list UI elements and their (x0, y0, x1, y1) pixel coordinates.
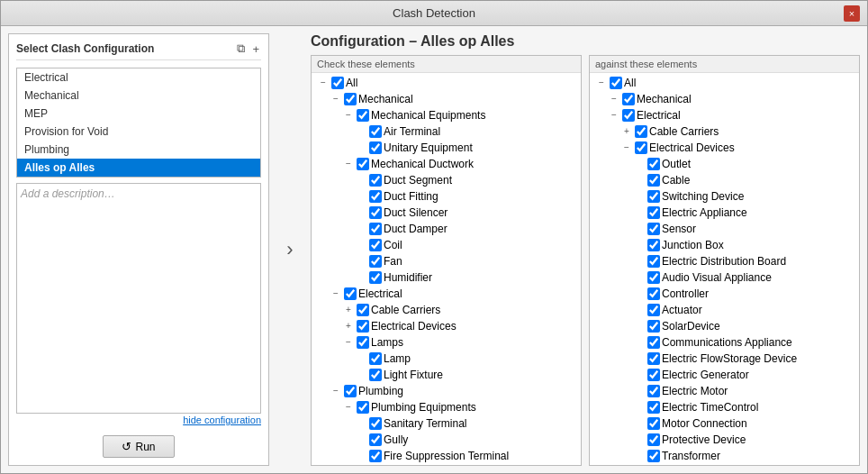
tree-checkbox[interactable] (635, 141, 647, 154)
tree-checkbox[interactable] (357, 401, 369, 414)
tree-checkbox[interactable] (622, 109, 635, 122)
expand-icon[interactable]: + (620, 124, 633, 139)
tree-item[interactable]: Coil (313, 237, 579, 253)
tree-item[interactable]: Humidifier (313, 269, 579, 286)
tree-checkbox[interactable] (647, 401, 660, 414)
expand-icon[interactable]: − (317, 76, 330, 90)
tree-item[interactable]: Unitary Equipment (313, 140, 579, 156)
tree-item[interactable]: SolarDevice (592, 318, 857, 334)
tree-item[interactable]: Fan (313, 253, 579, 269)
tree-checkbox[interactable] (622, 93, 635, 105)
config-item[interactable]: MEP (17, 105, 260, 123)
hide-configuration-link[interactable]: hide configuration (183, 415, 261, 425)
tree-item[interactable]: −Plumbing Equipments (313, 399, 579, 415)
tree-item[interactable]: −Lamps (592, 464, 857, 465)
expand-icon[interactable]: − (342, 108, 355, 123)
left-tree-content[interactable]: −All−Mechanical−Mechanical Equipments Ai… (312, 73, 581, 465)
tree-item[interactable]: Duct Fitting (313, 188, 579, 205)
tree-item[interactable]: −Electrical Devices (592, 140, 857, 156)
tree-checkbox[interactable] (647, 255, 660, 268)
expand-icon[interactable]: + (342, 319, 355, 333)
tree-item[interactable]: Fire Suppression Terminal (313, 448, 579, 464)
tree-item[interactable]: Protective Device (592, 432, 857, 448)
tree-checkbox[interactable] (369, 450, 382, 462)
tree-checkbox[interactable] (369, 417, 382, 430)
tree-item[interactable]: −Mechanical (592, 91, 857, 107)
expand-icon[interactable]: − (342, 157, 355, 171)
tree-checkbox[interactable] (647, 271, 660, 284)
tree-item[interactable]: Air Terminal (313, 123, 579, 140)
tree-checkbox[interactable] (369, 369, 382, 381)
tree-item[interactable]: Light Fixture (313, 367, 579, 383)
tree-item[interactable]: Heat Exchanger (313, 464, 579, 465)
tree-item[interactable]: −Electrical (592, 107, 857, 123)
description-box[interactable]: Add a description… (16, 183, 261, 414)
tree-checkbox[interactable] (369, 433, 382, 446)
expand-icon[interactable]: − (595, 76, 608, 90)
tree-item[interactable]: −All (313, 75, 579, 91)
tree-item[interactable]: Electric Motor (592, 383, 857, 399)
tree-item[interactable]: +Cable Carriers (313, 302, 579, 318)
tree-item[interactable]: Controller (592, 286, 857, 302)
tree-checkbox[interactable] (647, 352, 660, 365)
tree-checkbox[interactable] (357, 109, 369, 122)
tree-checkbox[interactable] (647, 174, 660, 187)
tree-checkbox[interactable] (647, 336, 660, 349)
tree-checkbox[interactable] (647, 385, 660, 397)
expand-icon[interactable]: − (330, 92, 342, 106)
tree-checkbox[interactable] (647, 369, 660, 381)
tree-checkbox[interactable] (647, 287, 660, 300)
tree-item[interactable]: Sensor (592, 221, 857, 237)
close-button[interactable]: × (844, 5, 860, 22)
tree-item[interactable]: −Lamps (313, 334, 579, 351)
tree-checkbox[interactable] (369, 352, 382, 365)
tree-item[interactable]: Electric Distribution Board (592, 253, 857, 269)
tree-item[interactable]: Sanitary Terminal (313, 415, 579, 432)
tree-item[interactable]: Cable (592, 172, 857, 188)
tree-checkbox[interactable] (369, 255, 382, 268)
tree-item[interactable]: Actuator (592, 302, 857, 318)
config-item[interactable]: Electrical (17, 68, 260, 87)
tree-checkbox[interactable] (647, 223, 660, 235)
tree-checkbox[interactable] (369, 223, 382, 235)
tree-item[interactable]: Lamp (313, 351, 579, 367)
config-item[interactable]: Plumbing (17, 141, 260, 159)
tree-item[interactable]: Duct Segment (313, 172, 579, 188)
tree-item[interactable]: −Mechanical Ductwork (313, 156, 579, 172)
tree-checkbox[interactable] (647, 190, 660, 203)
tree-item[interactable]: Transformer (592, 448, 857, 464)
run-button[interactable]: ↺ Run (103, 435, 174, 458)
tree-checkbox[interactable] (357, 336, 369, 349)
tree-checkbox[interactable] (369, 190, 382, 203)
tree-checkbox[interactable] (610, 77, 622, 89)
tree-item[interactable]: Outlet (592, 156, 857, 172)
config-item[interactable]: Provision for Void (17, 123, 260, 141)
tree-checkbox[interactable] (357, 320, 369, 333)
tree-checkbox[interactable] (357, 304, 369, 316)
arrow-button[interactable]: › (276, 238, 303, 261)
tree-item[interactable]: −Plumbing (313, 383, 579, 399)
tree-item[interactable]: Communications Appliance (592, 334, 857, 351)
tree-item[interactable]: Junction Box (592, 237, 857, 253)
add-button[interactable]: + (250, 41, 261, 56)
config-item[interactable]: Alles op Alles (17, 159, 260, 177)
config-item[interactable]: Mechanical (17, 87, 260, 105)
tree-item[interactable]: Audio Visual Appliance (592, 269, 857, 286)
tree-checkbox[interactable] (331, 77, 344, 89)
expand-icon[interactable]: − (330, 287, 342, 301)
tree-item[interactable]: Gully (313, 432, 579, 448)
tree-item[interactable]: −Mechanical (313, 91, 579, 107)
tree-checkbox[interactable] (647, 417, 660, 430)
tree-checkbox[interactable] (647, 320, 660, 333)
right-tree-content[interactable]: −All−Mechanical−Electrical+Cable Carrier… (590, 73, 859, 465)
tree-checkbox[interactable] (357, 158, 369, 170)
expand-icon[interactable]: − (620, 141, 633, 155)
expand-icon[interactable]: − (342, 400, 355, 415)
tree-checkbox[interactable] (647, 433, 660, 446)
tree-checkbox[interactable] (344, 385, 357, 397)
tree-checkbox[interactable] (647, 450, 660, 462)
tree-item[interactable]: +Electrical Devices (313, 318, 579, 334)
tree-item[interactable]: +Cable Carriers (592, 123, 857, 140)
tree-checkbox[interactable] (369, 271, 382, 284)
tree-item[interactable]: Switching Device (592, 188, 857, 205)
